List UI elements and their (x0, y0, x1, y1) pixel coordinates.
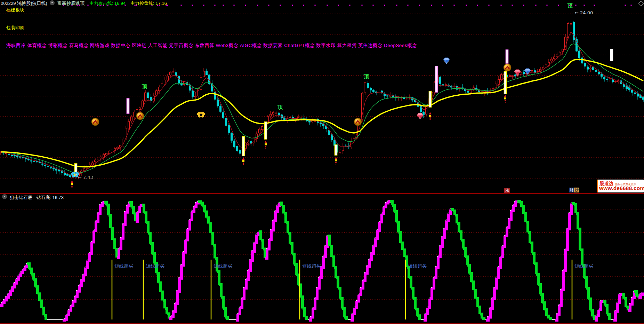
red-gem-marker (417, 113, 423, 119)
bottom-rocket-marker (71, 180, 73, 188)
panel-separator (0, 193, 644, 194)
top-signal-label: 顶 (142, 83, 147, 89)
bottom-rocket-marker (265, 141, 267, 149)
bottom-rocket-marker (335, 157, 337, 165)
stock-title: 002229 鸿博股份(日线) (1, 1, 47, 6)
main-gridlines (0, 14, 644, 178)
overbought-label: 短线超买 (214, 263, 233, 269)
chart-markers (71, 58, 531, 188)
attack-line-value: 主力攻击线: 16.94 (89, 1, 126, 6)
overbought-label: 短线超买 (408, 263, 427, 269)
main-chart-header: 002229 鸿博股份(日线) 富赢抄底逃顶 主力攻击线: 16.94 主力控盘… (1, 0, 167, 7)
top-signal-label: 顶 (363, 73, 369, 79)
ma-lines (1, 32, 643, 176)
ma-fast-red (1, 32, 643, 176)
indicator-collapse-icon[interactable] (50, 0, 55, 5)
main-indicator-name[interactable]: 富赢抄底逃顶 (57, 1, 84, 6)
overbought-signals: 短线超买短线超买短线超买短线超买短线超买短线超买 (112, 260, 594, 319)
top-signal-label: 顶 (277, 104, 283, 110)
ma-mid-green (1, 44, 643, 173)
cai-label: 财 (569, 188, 574, 192)
watermark-ad[interactable]: 股道边 指标公式量化资源 www.de6688.com (597, 180, 644, 192)
blue-gem-marker (443, 58, 450, 64)
gold-coin-marker (504, 64, 511, 71)
bottom-rocket-marker (429, 112, 432, 120)
sub-indicator-value: 钻石底: 16.73 (36, 195, 64, 200)
special-candles (75, 49, 613, 176)
sub-indicator-name[interactable]: 狙击钻石底 (10, 195, 32, 200)
butterfly-marker (196, 111, 206, 118)
gold-coin-marker (354, 118, 362, 126)
ad-url: www.de6688.com (599, 185, 644, 191)
sub-chart-header: 狙击钻石底 钻石底: 16.73 (2, 194, 64, 201)
price-callout-label: ← 24.00 (575, 10, 593, 15)
bang-label: 榜 (574, 188, 579, 192)
bottom-rocket-marker (242, 157, 245, 165)
overbought-label: 短线超买 (302, 263, 321, 269)
ad-accent-strip (597, 180, 598, 192)
sector-label-packaging[interactable]: 包装印刷 (6, 25, 24, 31)
overbought-label: 短线超买 (574, 263, 594, 269)
stock-app-window: 顶顶顶顶← 24.00← 7.43短线超买短线超买短线超买短线超买短线超买短线超… (0, 0, 644, 324)
top-signal-label: 顶 (567, 2, 573, 8)
bottom-rocket-marker (504, 95, 507, 103)
concept-tags[interactable]: 海峡西岸 体育概念 博彩概念 赛马概念 网络游戏 数据中心 区块链 人工智能 元… (6, 42, 417, 49)
zhang-badge[interactable]: 涨 (504, 188, 510, 193)
caibang-badge[interactable]: 财榜 (569, 188, 579, 192)
gold-coin-marker (92, 118, 99, 126)
price-callout-label: ← 7.43 (78, 175, 93, 180)
gold-coin-marker (137, 112, 144, 120)
control-line-value: 主力控盘线: 17.16 (130, 1, 167, 6)
overbought-label: 短线超买 (114, 263, 134, 269)
sub-indicator-collapse-icon[interactable] (2, 194, 7, 199)
overbought-label: 短线超买 (146, 263, 165, 269)
sub-step-indicator (0, 201, 643, 320)
sector-label-fujian[interactable]: 福建板块 (6, 7, 24, 13)
